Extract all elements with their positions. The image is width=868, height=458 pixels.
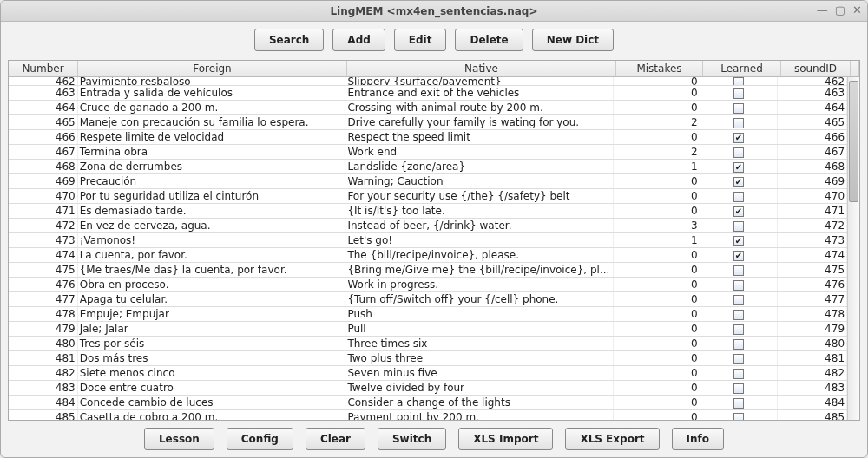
config-button[interactable]: Config xyxy=(227,428,293,450)
cell-learned[interactable] xyxy=(700,115,779,129)
table-row[interactable]: 468Zona de derrumbesLandslide {zone/area… xyxy=(9,160,847,174)
cell-native: Work in progress. xyxy=(345,278,614,291)
new-dict-button[interactable]: New Dict xyxy=(532,29,614,51)
edit-button[interactable]: Edit xyxy=(394,29,447,51)
cell-learned[interactable]: ✔ xyxy=(700,233,779,247)
cell-learned[interactable]: ✔ xyxy=(700,248,779,262)
scrollbar-thumb[interactable] xyxy=(849,81,858,202)
table-row[interactable]: 475{Me traes/Me das} la cuenta, por favo… xyxy=(9,263,847,278)
checkbox-icon[interactable]: ✔ xyxy=(733,177,744,187)
table-row[interactable]: 476Obra en proceso.Work in progress.0476 xyxy=(9,278,847,292)
cell-learned[interactable]: ✔ xyxy=(700,204,779,218)
table-row[interactable]: 472En vez de cerveza, agua.Instead of be… xyxy=(9,219,847,233)
checkbox-icon[interactable]: ✔ xyxy=(733,206,744,217)
table-row[interactable]: 466Respete limite de velocidadRespect th… xyxy=(9,130,847,145)
search-button[interactable]: Search xyxy=(254,29,324,51)
cell-learned[interactable] xyxy=(700,86,779,100)
cell-mistakes: 1 xyxy=(614,233,700,247)
checkbox-icon[interactable] xyxy=(733,310,744,320)
table-row[interactable]: 478Empuje; EmpujarPush0478 xyxy=(9,307,847,322)
cell-learned[interactable] xyxy=(700,322,779,336)
checkbox-icon[interactable] xyxy=(733,88,744,99)
checkbox-icon[interactable] xyxy=(733,324,744,335)
checkbox-icon[interactable] xyxy=(733,103,744,114)
clear-button[interactable]: Clear xyxy=(306,428,365,450)
cell-learned[interactable] xyxy=(700,381,779,395)
checkbox-icon[interactable] xyxy=(733,118,744,128)
checkbox-icon[interactable] xyxy=(733,413,744,421)
checkbox-icon[interactable] xyxy=(733,265,744,276)
col-header-foreign[interactable]: Foreign xyxy=(78,61,347,76)
switch-button[interactable]: Switch xyxy=(378,428,446,450)
maximize-icon[interactable]: ▢ xyxy=(835,3,845,16)
checkbox-icon[interactable] xyxy=(733,295,744,305)
table-row[interactable]: 470Por tu seguridad utiliza el cinturónF… xyxy=(9,189,847,204)
table-row[interactable]: 469PrecauciónWarning; Cauction0✔469 xyxy=(9,174,847,189)
checkbox-icon[interactable] xyxy=(733,77,744,85)
cell-learned[interactable]: ✔ xyxy=(700,130,779,144)
table-row[interactable]: 462Pavimiento resbalosoSlippery {surface… xyxy=(9,77,847,86)
checkbox-icon[interactable] xyxy=(733,369,744,379)
col-header-mistakes[interactable]: Mistakes xyxy=(616,61,703,76)
checkbox-icon[interactable] xyxy=(733,147,744,158)
table-row[interactable]: 481Dos más tresTwo plus three0481 xyxy=(9,351,847,366)
add-button[interactable]: Add xyxy=(332,29,385,51)
table-row[interactable]: 465Maneje con precaución su familia lo e… xyxy=(9,115,847,130)
table-row[interactable]: 464Cruce de ganado a 200 m.Crossing with… xyxy=(9,101,847,115)
checkbox-icon[interactable] xyxy=(733,192,744,202)
checkbox-icon[interactable] xyxy=(733,383,744,394)
col-header-number[interactable]: Number xyxy=(9,61,78,76)
table-row[interactable]: 483Doce entre cuatroTwelve divided by fo… xyxy=(9,381,847,396)
table-row[interactable]: 485Casetta de cobro a 200 m.Payment poin… xyxy=(9,410,847,420)
cell-learned[interactable] xyxy=(700,278,779,291)
info-button[interactable]: Info xyxy=(672,428,724,450)
cell-learned[interactable] xyxy=(700,366,779,380)
delete-button[interactable]: Delete xyxy=(455,29,523,51)
cell-mistakes: 0 xyxy=(614,86,700,100)
cell-learned[interactable] xyxy=(700,292,779,306)
table-row[interactable]: 463Entrada y salida de vehículosEntrance… xyxy=(9,86,847,101)
table-row[interactable]: 477Apaga tu celular.{Turn off/Switch off… xyxy=(9,292,847,307)
table-row[interactable]: 484Concede cambio de lucesConsider a cha… xyxy=(9,396,847,410)
table-row[interactable]: 482Siete menos cincoSeven minus five0482 xyxy=(9,366,847,381)
cell-learned[interactable]: ✔ xyxy=(700,160,779,173)
table-row[interactable]: 474La cuenta, por favor.The {bill/recipe… xyxy=(9,248,847,263)
cell-soundid: 473 xyxy=(778,233,847,247)
vertical-scrollbar[interactable] xyxy=(847,77,859,420)
checkbox-icon[interactable]: ✔ xyxy=(733,133,744,143)
checkbox-icon[interactable] xyxy=(733,280,744,291)
cell-learned[interactable] xyxy=(700,219,779,232)
cell-learned[interactable] xyxy=(700,77,779,85)
table-row[interactable]: 479Jale; JalarPull0479 xyxy=(9,322,847,337)
table-row[interactable]: 471Es demasiado tarde.{It is/It's} too l… xyxy=(9,204,847,219)
col-header-native[interactable]: Native xyxy=(347,61,616,76)
xls-export-button[interactable]: XLS Export xyxy=(565,428,659,450)
table-row[interactable]: 473¡Vamonos!Let's go!1✔473 xyxy=(9,233,847,248)
checkbox-icon[interactable] xyxy=(733,339,744,350)
lesson-button[interactable]: Lesson xyxy=(144,428,214,450)
cell-learned[interactable] xyxy=(700,351,779,365)
col-header-learned[interactable]: Learned xyxy=(703,61,781,76)
cell-learned[interactable] xyxy=(700,396,779,409)
checkbox-icon[interactable]: ✔ xyxy=(733,162,744,173)
cell-learned[interactable] xyxy=(700,101,779,114)
checkbox-icon[interactable] xyxy=(733,221,744,232)
checkbox-icon[interactable]: ✔ xyxy=(733,236,744,246)
checkbox-icon[interactable] xyxy=(733,398,744,409)
close-icon[interactable]: ✕ xyxy=(852,3,862,16)
checkbox-icon[interactable] xyxy=(733,354,744,364)
table-row[interactable]: 467Termina obraWork end2467 xyxy=(9,145,847,160)
cell-learned[interactable] xyxy=(700,189,779,203)
cell-learned[interactable] xyxy=(700,337,779,350)
minimize-icon[interactable]: — xyxy=(817,3,828,16)
grid-body[interactable]: 462Pavimiento resbalosoSlippery {surface… xyxy=(9,77,847,420)
cell-learned[interactable] xyxy=(700,307,779,321)
cell-learned[interactable] xyxy=(700,410,779,420)
xls-import-button[interactable]: XLS Import xyxy=(458,428,553,450)
cell-learned[interactable] xyxy=(700,145,779,159)
cell-learned[interactable]: ✔ xyxy=(700,174,779,188)
table-row[interactable]: 480Tres por séisThree times six0480 xyxy=(9,337,847,351)
checkbox-icon[interactable]: ✔ xyxy=(733,251,744,261)
cell-learned[interactable] xyxy=(700,263,779,277)
col-header-soundid[interactable]: soundID xyxy=(781,61,851,76)
